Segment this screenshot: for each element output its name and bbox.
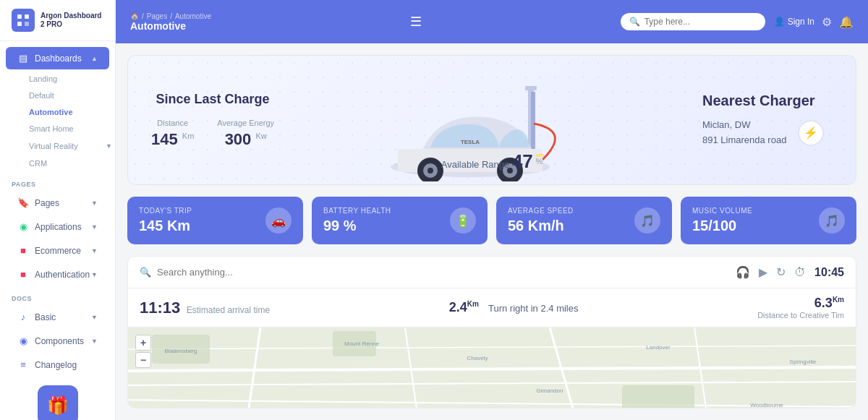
- stat-card-speed-info: AVERAGE SPEED 56 Km/h: [508, 207, 574, 234]
- distance-to-label: Distance to Creative Tim: [757, 311, 844, 320]
- car-icon: 🚗: [271, 214, 286, 228]
- sidebar-sub-default[interactable]: Default: [23, 87, 115, 103]
- docs-section-label: DOCS: [0, 286, 115, 305]
- trip-value: 145 Km: [139, 218, 192, 234]
- sidebar-sub-vr[interactable]: Virtual Reality: [23, 138, 84, 154]
- headphones-icon[interactable]: 🎧: [736, 265, 750, 279]
- sidebar-item-ecommerce[interactable]: ■ Ecommerce ▼: [6, 239, 109, 262]
- energy-label: Average Energy: [217, 119, 274, 127]
- stat-card-speed: AVERAGE SPEED 56 Km/h 🎵: [496, 197, 672, 244]
- nav-search-input[interactable]: [157, 267, 278, 278]
- sidebar-item-dashboards[interactable]: ▤ Dashboards ▲: [6, 47, 109, 69]
- speed-icon-wrap: 🎵: [634, 207, 660, 233]
- svg-text:Springville: Springville: [790, 359, 817, 365]
- chevron-components-icon: ▼: [91, 338, 98, 345]
- sidebar-sub-landing[interactable]: Landing: [23, 71, 115, 87]
- navbar-right: 🔍 👤 Sign In ⚙ 🔔: [621, 13, 854, 30]
- zoom-in-button[interactable]: +: [135, 335, 151, 351]
- speed-icon: 🎵: [640, 214, 655, 228]
- current-time: 10:45: [814, 266, 844, 279]
- nav-search-bar[interactable]: 🔍: [140, 267, 278, 278]
- changelog-label: Changelog: [35, 360, 77, 370]
- svg-rect-6: [531, 92, 535, 150]
- stat-card-music-info: MUSIC VOLUME 15/100: [692, 207, 752, 234]
- stat-card-battery: BATTERY HEALTH 99 % 🔋: [312, 197, 488, 244]
- charger-navigate-button[interactable]: ⚡: [798, 120, 824, 146]
- breadcrumb-automotive: Automotive: [175, 12, 211, 20]
- svg-text:Landover: Landover: [646, 344, 671, 351]
- sidebar-sub-automotive[interactable]: Automotive: [23, 104, 115, 120]
- applications-label: Applications: [35, 222, 82, 232]
- sidebar-sub-crm[interactable]: CRM: [23, 155, 115, 171]
- sidebar-item-changelog[interactable]: ≡ Changelog: [6, 353, 109, 376]
- breadcrumb-sep2: /: [170, 12, 172, 20]
- hero-stats: Distance 145 Km Average Energy 300 Kw: [151, 119, 274, 149]
- charger-info-row: Miclan, DW 891 Limarenda road ⚡: [702, 118, 833, 148]
- breadcrumb: 🏠 / Pages / Automotive: [130, 12, 211, 20]
- sidebar-item-components[interactable]: ◉ Components ▼: [6, 330, 109, 352]
- navbar-search-icon: 🔍: [629, 17, 640, 27]
- chevron-pages-icon: ▼: [91, 200, 98, 207]
- music-note-icon: 🎵: [825, 214, 839, 228]
- navbar-left: 🏠 / Pages / Automotive Automotive: [130, 12, 211, 32]
- pages-section-label: PAGES: [0, 172, 115, 191]
- speed-label: AVERAGE SPEED: [508, 207, 574, 215]
- basic-icon: ♪: [17, 312, 29, 322]
- sidebar-item-authentication[interactable]: ■ Authentication ▼: [6, 263, 109, 286]
- available-range: Available Range 47 %: [441, 150, 542, 173]
- sidebar-item-basic[interactable]: ♪ Basic ▼: [6, 306, 109, 328]
- turn-direction: Turn right in 2.4 miles: [488, 303, 579, 314]
- hamburger-menu-icon[interactable]: ☰: [410, 14, 422, 30]
- chevron-basic-icon: ▼: [91, 314, 98, 321]
- sidebar-logo: Argon Dashboard 2 PRO: [0, 0, 115, 41]
- map-svg: Blaäensberg Mount Renne Chavely Gimandon…: [128, 327, 856, 408]
- hero-energy: Average Energy 300 Kw: [217, 119, 274, 149]
- hero-card: Since Last Charge Distance 145 Km Averag…: [127, 55, 856, 185]
- sidebar-item-pages[interactable]: 🔖 Pages ▼: [6, 192, 109, 214]
- svg-text:Gimandon: Gimandon: [537, 387, 563, 394]
- svg-point-11: [427, 168, 433, 173]
- nearest-charger-title: Nearest Charger: [702, 93, 833, 109]
- ecommerce-label: Ecommerce: [35, 246, 81, 256]
- dashboard-icon: ▤: [17, 53, 29, 64]
- nav-search-icon: 🔍: [140, 267, 151, 278]
- hero-since-charge: Since Last Charge Distance 145 Km Averag…: [151, 92, 274, 149]
- battery-label: BATTERY HEALTH: [323, 207, 391, 215]
- zoom-out-button[interactable]: −: [135, 352, 151, 368]
- sidebar-avatar-section: 🎁: [0, 377, 115, 420]
- stats-row: TODAY'S TRIP 145 Km 🚗 BATTERY HEALTH 99 …: [127, 197, 856, 244]
- chevron-vr-icon: ▼: [106, 142, 112, 150]
- turn-distance: 2.4Km: [449, 300, 482, 314]
- stat-card-music: MUSIC VOLUME 15/100 🎵: [681, 197, 856, 244]
- navbar-search-input[interactable]: [644, 17, 757, 27]
- svg-text:Chavely: Chavely: [467, 355, 488, 361]
- map-view: Blaäensberg Mount Renne Chavely Gimandon…: [128, 327, 856, 408]
- distance-section: 6.3Km Distance to Creative Tim: [757, 296, 844, 320]
- chevron-up-icon: ▲: [91, 55, 98, 62]
- clock-icon[interactable]: ⏱: [794, 266, 806, 279]
- ecommerce-icon: ■: [17, 245, 29, 256]
- chevron-apps-icon: ▼: [91, 223, 98, 231]
- play-icon[interactable]: ▶: [759, 265, 767, 279]
- logo-icon: [12, 9, 35, 32]
- arrival-label: Estimated arrival time: [187, 305, 270, 315]
- sign-in-button[interactable]: 👤 Sign In: [774, 17, 814, 27]
- basic-label: Basic: [35, 312, 56, 322]
- chevron-ecommerce-icon: ▼: [91, 247, 98, 254]
- navbar-search[interactable]: 🔍: [621, 13, 765, 30]
- sidebar-dashboards-submenu: Landing Default Automotive Smart Home Vi…: [0, 70, 115, 172]
- music-vol-icon-wrap: 🎵: [819, 207, 845, 233]
- sidebar-sub-smarthome[interactable]: Smart Home: [23, 121, 115, 137]
- stat-card-trip: TODAY'S TRIP 145 Km 🚗: [127, 197, 303, 244]
- refresh-icon[interactable]: ↻: [776, 265, 786, 279]
- top-navbar: 🏠 / Pages / Automotive Automotive ☰ 🔍 👤 …: [116, 0, 868, 43]
- charger-address: Miclan, DW 891 Limarenda road: [702, 118, 786, 148]
- avatar-box: 🎁: [38, 385, 78, 420]
- notification-icon[interactable]: 🔔: [839, 15, 854, 29]
- svg-text:Blaäensberg: Blaäensberg: [165, 348, 197, 354]
- pages-icon: 🔖: [17, 197, 29, 208]
- arrival-time: 11:13: [140, 299, 180, 317]
- hero-car-section: TESLA Available Range 47 %: [369, 73, 615, 184]
- settings-icon[interactable]: ⚙: [822, 15, 832, 29]
- sidebar-item-applications[interactable]: ◉ Applications ▼: [6, 215, 109, 238]
